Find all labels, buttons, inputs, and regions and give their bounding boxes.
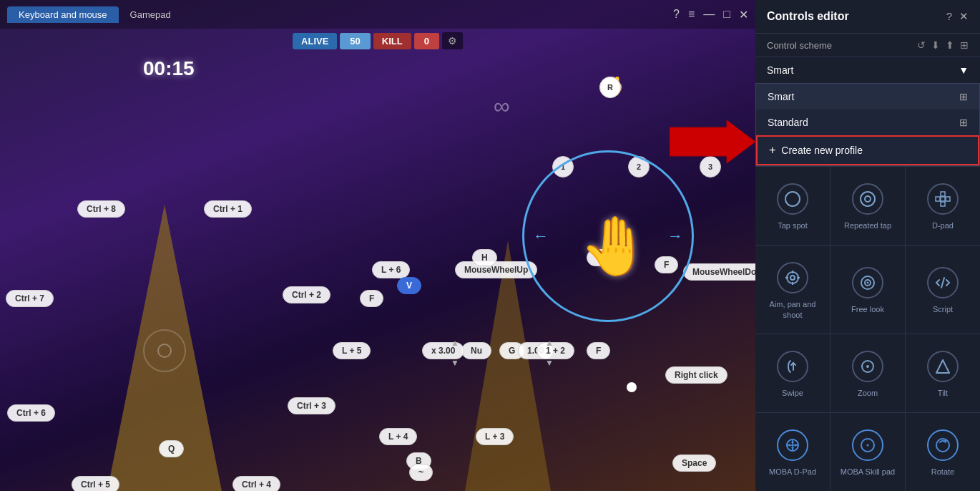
key-badge-ctrl1[interactable]: Ctrl + 1 [204, 200, 252, 218]
dropdown-item-smart-icon: ⊞ [959, 91, 968, 102]
svg-marker-0 [670, 120, 755, 163]
maximize-icon[interactable]: □ [723, 8, 730, 21]
aim-pan-shoot-label: Aim, pan and shoot [761, 299, 824, 320]
key-badge-l4[interactable]: L + 4 [379, 428, 417, 445]
tap-spot-icon [777, 183, 808, 215]
key-badge-mwdown[interactable]: MouseWheelDown [683, 263, 755, 281]
dropdown-item-standard[interactable]: Standard ⊞ [756, 110, 979, 135]
scroll-down-chevron[interactable]: ▼ [451, 358, 459, 368]
dropdown-arrow-icon: ▼ [959, 64, 969, 76]
repeated-tap-label: Repeated tap [844, 220, 891, 230]
tap-spot-label: Tap spot [778, 220, 808, 230]
tab-keyboard-mouse[interactable]: Keyboard and mouse [7, 6, 119, 23]
dropdown-item-standard-icon: ⊞ [959, 117, 968, 128]
control-script[interactable]: Script [906, 245, 980, 334]
hud-alive-label: ALIVE [293, 33, 337, 49]
key-badge-ctrl2[interactable]: Ctrl + 2 [283, 286, 330, 303]
svg-point-20 [866, 365, 869, 368]
key-badge-nu[interactable]: Nu [461, 342, 491, 359]
gesture-area[interactable]: ← → 🤚 [522, 150, 694, 322]
key-badge-f1[interactable]: F [360, 290, 383, 307]
refresh-icon[interactable]: ↺ [917, 39, 926, 51]
help-icon[interactable]: ? [946, 10, 952, 23]
dropdown-selected[interactable]: Smart ▼ [755, 57, 980, 83]
control-repeated-tap[interactable]: Repeated tap [830, 167, 905, 245]
key-badge-plus2[interactable]: 1 + 2 [536, 342, 574, 359]
svg-marker-27 [788, 444, 790, 447]
key-badge-v[interactable]: V [397, 277, 421, 294]
create-new-profile-button[interactable]: + Create new profile [756, 135, 979, 165]
key-badge-tilde[interactable]: ~ [409, 464, 433, 481]
scroll-up-chevron2[interactable]: ▲ [545, 338, 554, 348]
key-badge-q[interactable]: Q [159, 440, 184, 457]
control-tilt[interactable]: Tilt [906, 334, 980, 412]
hud-alive-count: 50 [340, 33, 370, 49]
scroll-down-chevron2[interactable]: ▼ [545, 358, 554, 368]
key-badge-rightclick[interactable]: Right click [665, 366, 727, 384]
key-badge-ctrl4[interactable]: Ctrl + 4 [232, 476, 280, 491]
key-badge-h[interactable]: H [472, 249, 497, 266]
rotate-icon [927, 429, 959, 461]
key-badge-ctrl3[interactable]: Ctrl + 3 [288, 397, 335, 414]
question-icon[interactable]: ? [673, 8, 680, 21]
control-d-pad[interactable]: D-pad [906, 167, 980, 245]
expand-icon[interactable]: ⊞ [960, 39, 969, 51]
dropdown-item-smart[interactable]: Smart ⊞ [756, 84, 979, 110]
key-badge-l5[interactable]: L + 5 [333, 342, 371, 359]
close-icon[interactable]: ✕ [739, 8, 748, 21]
dropdown-menu: Smart ⊞ Standard ⊞ + Create new profile [755, 83, 980, 166]
svg-point-9 [787, 272, 798, 283]
control-moba-skill-pad[interactable]: MOBA Skill pad [830, 413, 905, 491]
hud-settings-icon[interactable]: ⚙ [442, 32, 463, 49]
create-plus-icon: + [769, 144, 775, 157]
repeated-tap-icon [852, 183, 883, 215]
scroll-up-chevron[interactable]: ▲ [451, 338, 459, 348]
num-badge-r[interactable]: R [599, 77, 621, 98]
control-rotate[interactable]: Rotate [906, 413, 980, 491]
key-badge-space[interactable]: Space [672, 454, 716, 472]
gesture-hand-icon: 🤚 [579, 213, 651, 280]
close-controls-icon[interactable]: ✕ [959, 10, 969, 23]
controls-title: Controls editor [767, 10, 849, 23]
menu-icon[interactable]: ≡ [688, 8, 695, 21]
d-pad-label: D-pad [932, 220, 954, 230]
minimize-icon[interactable]: — [703, 8, 715, 21]
import-icon[interactable]: ⬇ [931, 39, 940, 51]
control-free-look[interactable]: Free look [830, 245, 905, 334]
profile-dropdown[interactable]: Smart ▼ Smart ⊞ Standard ⊞ + Create new … [755, 57, 980, 167]
svg-marker-26 [791, 447, 794, 450]
zoom-label: Zoom [858, 388, 878, 398]
control-zoom[interactable]: Zoom [830, 334, 905, 412]
svg-point-17 [867, 282, 869, 284]
hud-kill-label: KILL [373, 33, 411, 49]
control-swipe[interactable]: Swipe [755, 334, 830, 412]
game-topbar: Keyboard and mouse Gamepad ? ≡ — □ ✕ [0, 0, 755, 29]
key-badge-l3[interactable]: L + 3 [476, 428, 514, 445]
free-look-label: Free look [851, 304, 884, 314]
svg-point-1 [785, 192, 800, 206]
svg-marker-28 [795, 444, 798, 447]
key-badge-ctrl7[interactable]: Ctrl + 7 [6, 290, 54, 307]
gesture-arrow-left: ← [533, 227, 549, 245]
key-badge-ctrl5[interactable]: Ctrl + 5 [72, 476, 119, 491]
control-aim-pan-shoot[interactable]: Aim, pan and shoot [755, 245, 830, 334]
svg-rect-6 [936, 197, 940, 201]
svg-point-30 [867, 444, 869, 447]
game-timer: 00:15 [143, 57, 195, 80]
script-icon [927, 267, 959, 298]
key-badge-ctrl8[interactable]: Ctrl + 8 [77, 200, 125, 218]
tab-gamepad[interactable]: Gamepad [119, 6, 182, 23]
control-moba-d-pad[interactable]: MOBA D-Pad [755, 413, 830, 491]
game-topbar-icons: ? ≡ — □ ✕ [673, 8, 748, 21]
svg-marker-21 [936, 360, 949, 373]
key-badge-l6[interactable]: L + 6 [372, 261, 410, 278]
tilt-icon [927, 351, 959, 382]
key-badge-ctrl6[interactable]: Ctrl + 6 [7, 404, 55, 422]
control-tap-spot[interactable]: Tap spot [755, 167, 830, 245]
dropdown-item-standard-label: Standard [768, 117, 808, 128]
export-icon[interactable]: ⬆ [946, 39, 954, 51]
svg-line-18 [941, 278, 944, 288]
key-badge-f3[interactable]: F [587, 342, 610, 359]
zoom-icon [852, 351, 883, 382]
svg-rect-7 [946, 197, 950, 201]
